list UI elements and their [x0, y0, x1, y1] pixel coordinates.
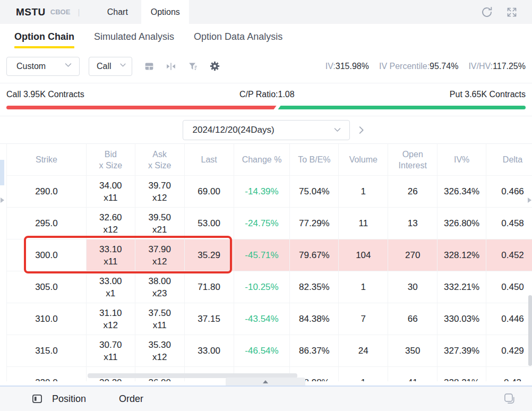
cell-strike[interactable]: 310.0	[7, 303, 87, 335]
call-put-ratio-section: Call 3.95K Contracts C/P Ratio:1.08 Put …	[0, 83, 532, 116]
separator: |	[78, 7, 80, 16]
column-header-change: Change %	[234, 144, 290, 176]
cell-delta: 0.429	[486, 335, 532, 367]
cell-iv: 328.12%	[437, 239, 486, 271]
cell-ask[interactable]: 38.00x23	[135, 271, 185, 303]
cell-iv: 326.34%	[437, 176, 486, 208]
tab-order[interactable]: Order	[119, 393, 143, 405]
cp-ratio-label: C/P Ratio:1.08	[239, 90, 295, 99]
cell-to_be: 82.35%	[290, 271, 339, 303]
cell-strike[interactable]: 320.0	[7, 367, 87, 381]
symbol-ticker: MSTU	[16, 6, 46, 18]
refresh-icon[interactable]	[480, 5, 494, 19]
table-body: 290.034.00x1139.70x1269.00-14.39%75.04%1…	[0, 176, 532, 381]
mirror-columns-icon[interactable]	[165, 61, 177, 72]
cell-iv: 328.21%	[437, 367, 486, 381]
arrow-up-icon	[263, 380, 268, 383]
column-header-last: Last	[185, 144, 234, 176]
chevron-down-icon	[333, 125, 342, 134]
cell-last[interactable]: 37.15	[185, 303, 234, 335]
cell-change: -10.25%	[234, 271, 290, 303]
cell-open_interest: 270	[388, 239, 437, 271]
cell-change: -45.71%	[234, 239, 290, 271]
cell-ask[interactable]: 37.50x11	[135, 303, 185, 335]
cell-open_interest: 41	[388, 367, 437, 381]
column-header-open_interest: OpenInterest	[388, 144, 437, 176]
panel-toggle-icon[interactable]	[31, 392, 44, 405]
tab-chart[interactable]: Chart	[93, 0, 141, 24]
cell-to_be: 75.04%	[290, 176, 339, 208]
board-layout-icon[interactable]	[143, 61, 155, 72]
cell-volume: 1	[339, 271, 388, 303]
cell-to_be: 79.67%	[290, 239, 339, 271]
cell-bid[interactable]: 32.60x12	[87, 208, 135, 239]
cell-last[interactable]: 53.00	[185, 208, 234, 239]
cell-change: -46.54%	[234, 335, 290, 367]
option-row-290.0[interactable]: 290.034.00x1139.70x1269.00-14.39%75.04%1…	[6, 176, 532, 208]
column-header-delta: Delta	[486, 144, 532, 176]
column-header-iv: IV%	[437, 144, 486, 176]
iv-stats: IV:315.98% IV Percentile:95.74% IV/HV:11…	[325, 62, 526, 71]
call-put-ratio-bar	[6, 106, 526, 109]
subtab-simulated-analysis[interactable]: Simulated Analysis	[94, 24, 174, 49]
cell-bid[interactable]: 31.10x12	[87, 303, 135, 335]
stat-iv-percentile: IV Percentile:95.74%	[379, 62, 458, 71]
cell-bid[interactable]: 34.00x11	[87, 176, 135, 208]
expiration-select[interactable]: 2024/12/20(24Days)	[183, 120, 350, 140]
option-row-315.0[interactable]: 315.030.70x1135.30x1233.00-46.54%86.37%2…	[6, 335, 532, 367]
cell-volume: 104	[339, 239, 388, 271]
cell-ask[interactable]: 35.30x12	[135, 335, 185, 367]
scroll-left-arrow-icon[interactable]	[1, 198, 4, 203]
cell-last[interactable]: 69.00	[185, 176, 234, 208]
option-row-295.0[interactable]: 295.032.60x1239.50x2153.00-24.75%77.29%1…	[6, 208, 532, 239]
cell-change: -14.39%	[234, 176, 290, 208]
cell-strike[interactable]: 295.0	[7, 208, 87, 239]
exchange-label: CBOE	[50, 8, 71, 16]
windows-stack-icon[interactable]	[502, 392, 516, 406]
ratio-labels: Call 3.95K Contracts C/P Ratio:1.08 Put …	[6, 83, 526, 106]
cell-ask[interactable]: 39.50x21	[135, 208, 185, 239]
app-window: MSTU CBOE | Chart Options	[0, 0, 532, 411]
cell-ask[interactable]: 39.70x12	[135, 176, 185, 208]
option-row-305.0[interactable]: 305.033.00x138.00x2371.80-10.25%82.35%13…	[6, 271, 532, 303]
cell-delta: 0.458	[486, 208, 532, 239]
fullscreen-icon[interactable]	[505, 6, 518, 19]
cell-strike[interactable]: 305.0	[7, 271, 87, 303]
column-header-strike: Strike	[7, 144, 87, 176]
chain-toolbar: Custom Call	[0, 49, 532, 83]
cell-to_be: 84.38%	[290, 303, 339, 335]
filter-icon[interactable]	[187, 61, 199, 72]
highlight-annotation-box	[24, 236, 232, 273]
cell-open_interest: 13	[388, 208, 437, 239]
settings-gear-icon[interactable]	[209, 60, 221, 72]
cell-delta: 0.466	[486, 176, 532, 208]
next-expiration-icon[interactable]	[356, 125, 366, 135]
cell-open_interest: 66	[388, 303, 437, 335]
cell-strike[interactable]: 315.0	[7, 335, 87, 367]
cell-iv: 330.03%	[437, 303, 486, 335]
cell-strike[interactable]: 290.0	[7, 176, 87, 208]
cell-volume: 24	[339, 335, 388, 367]
expiration-value: 2024/12/20(24Days)	[193, 125, 274, 135]
vertical-scrollbar-thumb[interactable]	[528, 295, 532, 366]
subtab-option-chain[interactable]: Option Chain	[14, 24, 74, 49]
call-contracts-label: Call 3.95K Contracts	[6, 90, 84, 99]
option-type-select[interactable]: Call	[89, 57, 132, 76]
toolbar-icons	[143, 60, 221, 72]
stat-iv: IV:315.98%	[325, 62, 369, 71]
cell-bid[interactable]: 30.70x11	[87, 335, 135, 367]
bottom-bar: Position Order	[0, 386, 532, 411]
subtab-option-data-analysis[interactable]: Option Data Analysis	[194, 24, 282, 49]
tab-options[interactable]: Options	[141, 0, 189, 24]
strike-range-select[interactable]: Custom	[6, 57, 80, 76]
tab-position[interactable]: Position	[52, 393, 86, 405]
symbol-group: MSTU CBOE |	[0, 0, 80, 24]
scroll-up-button[interactable]	[226, 378, 305, 386]
option-type-value: Call	[97, 62, 111, 71]
option-row-310.0[interactable]: 310.031.10x1237.50x1137.15-43.54%84.38%7…	[6, 303, 532, 335]
cell-last[interactable]: 33.00	[185, 335, 234, 367]
cell-bid[interactable]: 33.00x1	[87, 271, 135, 303]
cell-last[interactable]: 71.80	[185, 271, 234, 303]
scroll-right-arrow-icon[interactable]	[528, 198, 531, 203]
table-header-row: StrikeBidx SizeAskx SizeLastChange %To B…	[6, 144, 532, 176]
